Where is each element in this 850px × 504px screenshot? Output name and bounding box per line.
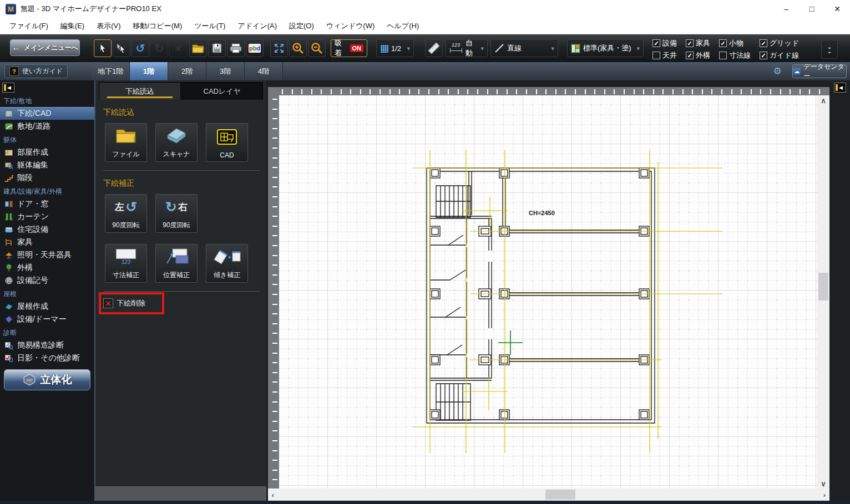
grid-scale-dropdown[interactable]: 1/2 ▾ [376,39,414,57]
cad-load-button[interactable]: CAD [206,123,248,162]
sidebar-item-structure-diagnosis[interactable]: 簡易構造診断 [0,339,94,352]
dimension-correct-button[interactable]: 123 寸法補正 [105,244,147,283]
sidebar-item-roof-create[interactable]: 屋根作成 [0,300,94,313]
zoom-in-button[interactable] [289,39,307,57]
toggle-exterior[interactable]: ✓外構 [686,50,710,60]
sidebar-item-exterior[interactable]: 外構 [0,261,94,274]
save-button[interactable] [208,39,226,57]
display-style-dropdown[interactable]: 標準(家具・塗) ▾ [567,39,644,57]
grid-icon [380,44,388,53]
folder-icon [192,44,204,53]
close-button[interactable]: ✕ [824,0,850,18]
toggle-grid[interactable]: ✓グリッド [760,38,799,48]
drawing-viewport[interactable]: CH=2450 [279,95,817,488]
scroll-down-icon[interactable]: ∨ [817,478,829,488]
print-button[interactable] [227,39,245,57]
tab-1f[interactable]: 1階 [130,62,168,80]
tab-2f[interactable]: 2階 [168,62,206,80]
make-3d-button[interactable]: 立体化 [4,369,90,390]
menu-help[interactable]: ヘルプ(H) [381,18,425,34]
menu-view[interactable]: 表示(V) [90,18,127,34]
scanner-load-button[interactable]: スキャナ [155,123,198,162]
sidebar-collapse-button[interactable]: ◀ [2,83,14,93]
sidebar-item-housing-equipment[interactable]: 住宅設備 [0,223,94,236]
sidebar-item-room-create[interactable]: 部屋作成 [0,146,94,159]
open-file-button[interactable] [189,39,207,57]
menu-settings[interactable]: 設定(O) [283,18,320,34]
tab-4f[interactable]: 4階 [245,62,283,80]
sidebar-item-shadow-diagnosis[interactable]: 日影・その他診断 [0,352,94,364]
main-menu-button[interactable]: ← メインメニューへ [10,39,80,56]
parts-box-button[interactable]: pbd [246,39,264,57]
minimize-button[interactable]: – [773,0,799,18]
tilt-correct-button[interactable]: 傾き補正 [206,244,248,283]
fit-view-button[interactable] [270,39,288,57]
tab-3f[interactable]: 3階 [206,62,245,80]
toggle-furniture[interactable]: ✓家具 [686,38,710,48]
scroll-left-icon[interactable]: ‹ [268,488,278,501]
right-panel-collapse-button[interactable]: ◀ [834,83,846,93]
sidebar-item-stairs[interactable]: 階段 [0,171,94,184]
menu-move-copy[interactable]: 移動/コピー(M) [127,18,189,34]
zoom-out-button[interactable] [308,39,326,57]
tab-cad-layer[interactable]: CADレイヤ [181,82,264,100]
scroll-right-icon[interactable]: › [819,488,829,501]
pbd-icon: pbd [249,44,261,53]
redo-button[interactable]: ↻ [150,39,168,57]
measure-tool-button[interactable] [425,39,443,57]
toggle-dimension-lines[interactable]: ✓寸法線 [719,50,751,60]
sidebar-item-body-edit[interactable]: 躯体編集 [0,159,94,171]
sidebar-item-roof-equipment-dormer[interactable]: 設備/ドーマー [0,313,94,325]
data-center-button[interactable]: ☁ データセンター [792,64,847,78]
usage-guide-button[interactable]: ? 使い方ガイド [4,64,68,78]
furniture-icon [4,238,13,247]
delete-button[interactable]: ✕ [169,39,187,57]
title-bar: M 無題 - 3D マイホームデザイナーPRO10 EX – □ ✕ [0,0,850,18]
file-load-button[interactable]: ファイル [105,123,147,162]
ruler-icon [427,41,441,55]
sidebar-item-furniture[interactable]: 家具 [0,236,94,248]
menu-addin[interactable]: アドイン(A) [231,18,283,34]
main-content: ◀ 下絵/敷地 下絵/CAD 敷地/道路 躯体 部屋作成 躯体編集 [0,80,850,501]
maximize-button[interactable]: □ [799,0,824,18]
position-correct-button[interactable]: 位置補正 [155,244,198,283]
sidebar-item-curtain[interactable]: カーテン [0,210,94,223]
multi-select-tool-button[interactable] [113,39,130,57]
horizontal-scroll-thumb[interactable] [545,490,575,500]
delete-sketch-button[interactable]: 下絵削除 [117,298,145,308]
toggle-small-items[interactable]: ✓小物 [719,38,751,48]
menu-window[interactable]: ウィンドウ(W) [320,18,381,34]
line-mode-dropdown[interactable]: 直線 ▾ [490,39,558,57]
sidebar-item-lighting[interactable]: 照明・天井器具 [0,248,94,261]
toggle-guide-lines[interactable]: ✓ガイド線 [760,50,799,60]
rotate-right-90-button[interactable]: ↻右 90度回転 [155,194,198,233]
dimension-mode-dropdown[interactable]: 123 自動 ▾ [446,39,488,57]
horizontal-scrollbar[interactable]: ‹ › [268,488,829,501]
multi-cursor-icon [115,43,128,54]
settings-gear-button[interactable]: ⚙ [770,64,785,78]
menu-tools[interactable]: ツール(T) [188,18,231,34]
menu-file[interactable]: ファイル(F) [3,18,54,34]
sidebar-item-sketch-cad[interactable]: 下絵/CAD [0,107,94,120]
position-icon [164,248,189,266]
rotate-left-90-button[interactable]: 左↺ 90度回転 [105,194,147,233]
sidebar-item-door-window[interactable]: ドア・窓 [0,197,94,210]
toggle-ceiling[interactable]: ✓天井 [652,50,677,60]
vertical-scrollbar[interactable]: ∧ ∨ [817,95,829,488]
symbol-icon [4,276,13,285]
delete-icon: ✕ [174,43,181,54]
menu-edit[interactable]: 編集(E) [54,18,90,34]
toolbar-expand-button[interactable]: ⌄ ⌄ [821,40,838,59]
tab-sketch-load[interactable]: 下絵読込 [99,82,181,100]
sidebar-item-site-road[interactable]: 敷地/道路 [0,120,94,133]
sidebar-item-equipment-symbol[interactable]: 設備記号 [0,274,94,287]
app-window: M 無題 - 3D マイホームデザイナーPRO10 EX – □ ✕ ファイル(… [0,0,850,504]
snap-toggle-button[interactable]: 吸着 ON [331,39,367,57]
3d-cube-icon [23,374,36,386]
toggle-equipment[interactable]: ✓設備 [652,38,677,48]
scroll-up-icon[interactable]: ∧ [817,95,829,105]
undo-button[interactable]: ↺ [131,39,149,57]
tab-basement-1f[interactable]: 地下1階 [92,62,130,80]
vertical-scroll-thumb[interactable] [818,273,828,301]
select-tool-button[interactable] [94,39,112,57]
